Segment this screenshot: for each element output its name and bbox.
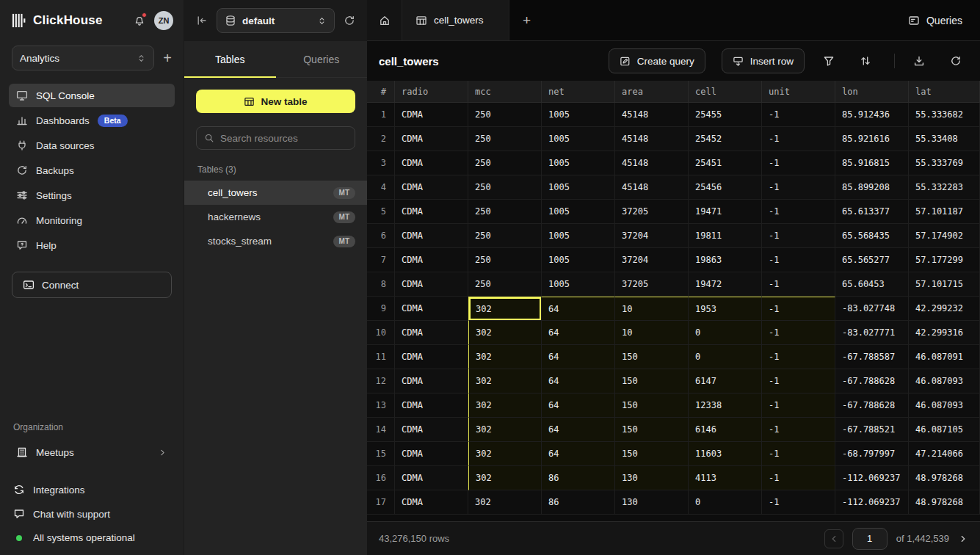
next-page-button[interactable] <box>958 534 968 544</box>
table-cell[interactable]: 37204 <box>615 224 689 248</box>
table-cell[interactable]: 6147 <box>689 369 762 393</box>
table-cell[interactable]: 1005 <box>542 272 615 297</box>
database-selector[interactable]: default <box>217 8 335 33</box>
table-cell[interactable]: 250 <box>468 200 542 224</box>
refresh-data-button[interactable] <box>943 48 968 73</box>
table-cell[interactable]: -112.069237 <box>835 490 909 515</box>
table-cell[interactable]: CDMA <box>395 321 468 345</box>
table-cell[interactable]: 64 <box>542 418 615 442</box>
table-list-item-hackernews[interactable]: hackernews MT <box>184 205 367 229</box>
table-cell[interactable]: 10 <box>615 321 689 345</box>
row-number[interactable]: 10 <box>367 321 395 345</box>
notifications-bell-icon[interactable] <box>134 15 145 26</box>
table-cell[interactable]: -83.027771 <box>835 321 909 345</box>
table-cell[interactable]: 130 <box>615 490 689 515</box>
table-cell[interactable]: 19472 <box>689 272 762 297</box>
table-cell[interactable]: 37204 <box>615 248 689 272</box>
table-cell[interactable]: 150 <box>615 418 689 442</box>
table-cell[interactable]: CDMA <box>395 272 468 297</box>
connect-button[interactable]: Connect <box>12 272 172 298</box>
table-cell[interactable]: 10 <box>615 297 689 321</box>
avatar[interactable]: ZN <box>154 11 173 30</box>
column-header-cell[interactable]: cell <box>689 81 762 103</box>
table-cell[interactable]: 46.087093 <box>909 369 980 393</box>
table-cell[interactable]: 302 <box>468 490 542 515</box>
filter-button[interactable] <box>816 48 841 73</box>
sidebar-item-backups[interactable]: Backups <box>9 159 175 182</box>
table-cell[interactable]: -1 <box>762 248 835 272</box>
table-cell[interactable]: 55.332283 <box>909 175 980 200</box>
insert-row-button[interactable]: Insert row <box>722 48 805 73</box>
new-tab-button[interactable]: + <box>509 0 545 40</box>
column-header-radio[interactable]: radio <box>395 81 468 103</box>
refresh-tables-icon[interactable] <box>344 15 355 26</box>
search-input[interactable] <box>220 133 350 144</box>
table-cell[interactable]: 150 <box>615 369 689 393</box>
table-cell[interactable]: 11603 <box>689 442 762 466</box>
system-status[interactable]: All systems operational <box>13 532 170 543</box>
table-cell[interactable]: CDMA <box>395 224 468 248</box>
column-header-unit[interactable]: unit <box>762 81 835 103</box>
table-cell[interactable]: 1005 <box>542 224 615 248</box>
table-cell[interactable]: 19471 <box>689 200 762 224</box>
table-cell[interactable]: 46.087105 <box>909 418 980 442</box>
table-cell[interactable]: 85.916815 <box>835 151 909 175</box>
sidebar-item-monitoring[interactable]: Monitoring <box>9 208 175 232</box>
tab-queries[interactable]: Queries <box>276 41 368 77</box>
column-header-mcc[interactable]: mcc <box>468 81 542 103</box>
table-cell[interactable]: 250 <box>468 248 542 272</box>
table-cell[interactable]: -1 <box>762 442 835 466</box>
table-cell[interactable]: 57.177299 <box>909 248 980 272</box>
tab-cell-towers[interactable]: cell_towers <box>402 0 509 40</box>
table-cell[interactable]: 64 <box>542 297 615 321</box>
table-cell[interactable]: 37205 <box>615 272 689 297</box>
row-number[interactable]: 15 <box>367 442 395 466</box>
table-cell[interactable]: 150 <box>615 345 689 369</box>
table-cell[interactable]: 302 <box>468 442 542 466</box>
table-cell[interactable]: -1 <box>762 490 835 515</box>
workspace-selector[interactable]: Analytics <box>12 46 154 70</box>
table-cell[interactable]: CDMA <box>395 248 468 272</box>
table-cell[interactable]: 150 <box>615 442 689 466</box>
row-number[interactable]: 12 <box>367 369 395 393</box>
table-cell[interactable]: CDMA <box>395 490 468 515</box>
table-cell[interactable]: CDMA <box>395 103 468 127</box>
table-cell[interactable]: -67.788628 <box>835 393 909 418</box>
table-cell[interactable]: -83.027748 <box>835 297 909 321</box>
table-cell[interactable]: 65.565277 <box>835 248 909 272</box>
table-cell[interactable]: CDMA <box>395 175 468 200</box>
table-cell[interactable]: 250 <box>468 224 542 248</box>
table-cell[interactable]: -1 <box>762 200 835 224</box>
table-cell[interactable]: -1 <box>762 466 835 490</box>
table-cell[interactable]: 64 <box>542 442 615 466</box>
sidebar-item-integrations[interactable]: Integrations <box>13 484 170 496</box>
table-cell[interactable]: 65.60453 <box>835 272 909 297</box>
row-number[interactable]: 5 <box>367 200 395 224</box>
table-cell[interactable]: 42.299232 <box>909 297 980 321</box>
row-number[interactable]: 6 <box>367 224 395 248</box>
previous-page-button[interactable] <box>824 529 843 548</box>
table-cell[interactable]: CDMA <box>395 297 468 321</box>
table-cell[interactable]: 0 <box>689 490 762 515</box>
table-cell[interactable]: 4113 <box>689 466 762 490</box>
table-cell[interactable]: -1 <box>762 272 835 297</box>
table-cell[interactable]: -1 <box>762 393 835 418</box>
table-cell[interactable]: -1 <box>762 103 835 127</box>
table-cell[interactable]: 45148 <box>615 175 689 200</box>
column-header-net[interactable]: net <box>542 81 615 103</box>
table-cell[interactable]: 6146 <box>689 418 762 442</box>
row-number[interactable]: 3 <box>367 151 395 175</box>
table-cell[interactable]: 48.978268 <box>909 490 980 515</box>
table-cell[interactable]: 47.214066 <box>909 442 980 466</box>
table-cell[interactable]: 42.299316 <box>909 321 980 345</box>
table-cell[interactable]: 45148 <box>615 103 689 127</box>
sidebar-item-sql-console[interactable]: SQL Console <box>9 84 175 107</box>
row-number[interactable]: 17 <box>367 490 395 515</box>
table-cell[interactable]: -68.797997 <box>835 442 909 466</box>
table-cell[interactable]: 302 <box>468 466 542 490</box>
table-cell[interactable]: 250 <box>468 151 542 175</box>
table-cell[interactable]: -1 <box>762 321 835 345</box>
table-cell[interactable]: 55.33408 <box>909 127 980 151</box>
tab-tables[interactable]: Tables <box>184 41 276 77</box>
table-cell[interactable]: -67.788587 <box>835 345 909 369</box>
